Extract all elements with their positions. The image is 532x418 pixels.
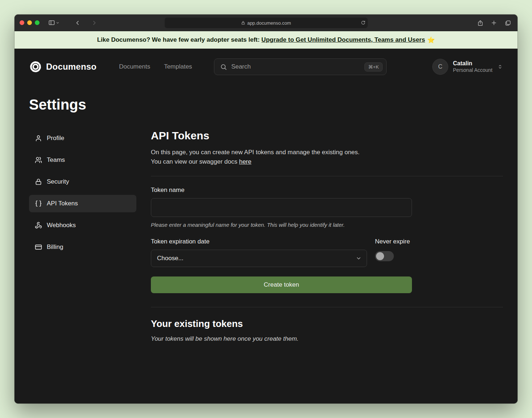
sidebar-item-label: Billing (47, 243, 63, 251)
sidebar-item-label: Profile (47, 135, 64, 142)
sidebar-item-label: API Tokens (47, 200, 78, 207)
chevron-down-icon (356, 255, 362, 261)
zoom-window-button[interactable] (35, 20, 40, 25)
sidebar-item-teams[interactable]: Teams (29, 151, 136, 169)
credit-card-icon (35, 243, 42, 251)
chrome-right-controls (475, 15, 513, 31)
never-expire-toggle[interactable] (375, 251, 394, 261)
traffic-lights (20, 20, 40, 25)
share-icon[interactable] (475, 18, 486, 28)
page-title: Settings (29, 97, 503, 113)
upgrade-link[interactable]: Upgrade to Get Unlimited Documents, Team… (261, 36, 425, 44)
token-name-hint: Please enter a meaningful name for your … (151, 222, 503, 228)
search-shortcut-badge: ⌘+K (364, 62, 382, 71)
never-expire-label: Never expire (375, 238, 410, 245)
history-nav (72, 18, 100, 28)
promo-banner: Like Documenso? We have few early adopte… (15, 31, 517, 49)
users-icon (35, 156, 42, 164)
section-heading: API Tokens (151, 130, 503, 142)
existing-tokens-heading: Your existing tokens (151, 318, 503, 329)
browser-window: app.documenso.com Like Documenso? We hav… (15, 15, 517, 403)
top-nav: Documents Templates (119, 63, 192, 70)
description-line1: On this page, you can create new API tok… (151, 149, 360, 156)
chevrons-up-down-icon (497, 64, 503, 70)
sidebar-item-label: Teams (47, 156, 65, 164)
divider (151, 176, 503, 176)
refresh-icon[interactable] (361, 20, 366, 25)
star-emoji: ⭐ (427, 36, 435, 44)
expiration-label: Token expiration date (151, 238, 367, 245)
api-tokens-panel: API Tokens On this page, you can create … (151, 130, 503, 343)
account-menu-trigger[interactable]: C Catalin Personal Account (432, 59, 503, 75)
brand-logo[interactable]: Documenso (29, 60, 96, 73)
token-name-input[interactable] (151, 198, 412, 217)
address-bar[interactable]: app.documenso.com (165, 17, 368, 28)
nav-documents[interactable]: Documents (119, 63, 150, 70)
never-expire-column: Never expire (375, 238, 410, 267)
section-description: On this page, you can create new API tok… (151, 148, 503, 167)
user-icon (35, 135, 42, 142)
browser-chrome: app.documenso.com (15, 15, 517, 31)
sidebar-item-profile[interactable]: Profile (29, 130, 136, 147)
tab-overview-icon[interactable] (502, 18, 513, 28)
expiration-selected-value: Choose... (157, 255, 183, 262)
expiration-row: Token expiration date Choose... Never ex… (151, 238, 412, 267)
webhook-icon (35, 222, 42, 229)
search-input[interactable]: Search ⌘+K (214, 58, 387, 75)
divider (151, 307, 503, 307)
sidebar-item-webhooks[interactable]: Webhooks (29, 217, 136, 234)
sidebar-item-label: Security (47, 178, 69, 185)
forward-button-icon[interactable] (89, 18, 100, 28)
account-meta: Catalin Personal Account (453, 60, 492, 74)
nav-templates[interactable]: Templates (164, 63, 192, 70)
back-button-icon[interactable] (72, 18, 83, 28)
sidebar-item-api-tokens[interactable]: API Tokens (29, 195, 136, 212)
description-line2: You can view our swagger docs (151, 158, 239, 165)
account-type: Personal Account (453, 67, 492, 74)
token-name-label: Token name (151, 187, 503, 194)
sidebar-item-security[interactable]: Security (29, 173, 136, 190)
app-main: Documenso Documents Templates Search ⌘+K… (15, 49, 517, 403)
search-placeholder: Search (231, 63, 365, 70)
expiration-select[interactable]: Choose... (151, 250, 367, 267)
url-text: app.documenso.com (247, 20, 291, 25)
expiration-column: Token expiration date Choose... (151, 238, 367, 267)
avatar: C (432, 59, 448, 75)
sidebar-menu-chevron-icon[interactable] (55, 18, 61, 28)
swagger-docs-link[interactable]: here (239, 158, 251, 165)
lock-icon (35, 178, 42, 185)
sidebar-item-billing[interactable]: Billing (29, 238, 136, 256)
search-icon (220, 63, 227, 70)
promo-text: Like Documenso? We have few early adopte… (97, 36, 261, 44)
braces-icon (35, 200, 42, 207)
sidebar-item-label: Webhooks (47, 222, 76, 229)
documenso-logo-icon (29, 60, 42, 73)
brand-name: Documenso (46, 62, 96, 72)
toggle-knob (376, 252, 384, 260)
settings-body: Profile Teams Security (29, 130, 503, 343)
lock-icon (241, 21, 245, 25)
existing-tokens-empty-text: Your tokens will be shown here once you … (151, 335, 503, 343)
app-header: Documenso Documents Templates Search ⌘+K… (29, 49, 503, 77)
minimize-window-button[interactable] (27, 20, 32, 25)
settings-sidebar: Profile Teams Security (29, 130, 136, 343)
new-tab-icon[interactable] (488, 18, 499, 28)
account-name: Catalin (453, 60, 492, 67)
create-token-button[interactable]: Create token (151, 276, 412, 293)
close-window-button[interactable] (20, 20, 24, 25)
